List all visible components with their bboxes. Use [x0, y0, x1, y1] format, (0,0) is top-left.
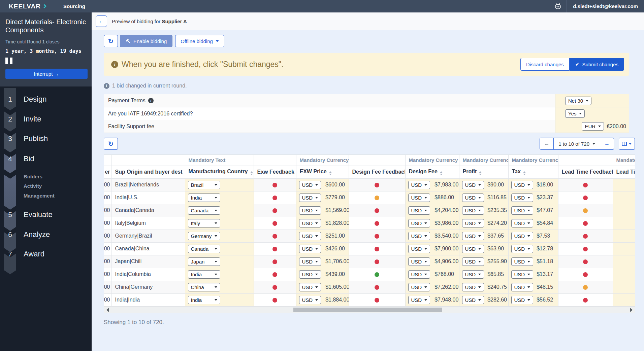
manufacturing-country-select[interactable]: Brazil	[188, 181, 220, 189]
scroll-right-arrow[interactable]	[630, 308, 633, 312]
design-fee-currency-select[interactable]: USD	[408, 270, 430, 279]
profit-currency-select[interactable]: USD	[462, 257, 484, 266]
sidebar-item-activity[interactable]: Activity	[24, 181, 42, 190]
exw-price-value[interactable]: $1,605.00	[325, 284, 349, 290]
design-fee-currency-select[interactable]: USD	[408, 232, 430, 240]
profit-currency-select[interactable]: USD	[462, 219, 484, 227]
tax-value[interactable]: $13.17	[537, 271, 553, 277]
manufacturing-country-select[interactable]: Japan	[188, 257, 220, 266]
user-email[interactable]: d.siedt+siedt@keelvar.com	[567, 3, 644, 9]
certified-select[interactable]: Yes	[565, 109, 585, 118]
tax-currency-select[interactable]: USD	[511, 194, 534, 202]
profit-value[interactable]: $240.75	[487, 284, 507, 290]
table-refresh-button[interactable]: ↻	[104, 138, 118, 150]
design-fee-value[interactable]: $4,204.00	[434, 207, 458, 213]
design-fee-value[interactable]: $886.00	[434, 195, 454, 201]
design-fee-currency-select[interactable]: USD	[408, 206, 430, 215]
tax-value[interactable]: $7.53	[537, 233, 550, 239]
exw-currency-select[interactable]: USD	[299, 283, 321, 291]
tax-value[interactable]: $48.15	[537, 284, 553, 290]
profit-value[interactable]: $65.85	[487, 271, 504, 277]
manufacturing-country-select[interactable]: China	[188, 283, 220, 291]
col-header-tax[interactable]: Tax	[508, 166, 558, 178]
step-evaluate[interactable]: 5Evaluate	[0, 207, 92, 222]
exw-price-value[interactable]: $251.00	[325, 233, 345, 239]
tax-value[interactable]: $18.00	[537, 182, 553, 188]
exw-currency-select[interactable]: USD	[299, 232, 321, 240]
col-header-profit[interactable]: Profit	[459, 166, 508, 178]
tax-value[interactable]: $23.37	[537, 195, 553, 201]
offline-bidding-dropdown[interactable]: Offline bidding	[175, 35, 224, 47]
tax-value[interactable]: $51.18	[537, 258, 553, 265]
submit-changes-button[interactable]: ✔ Submit changes	[570, 58, 624, 71]
scroll-left-arrow[interactable]	[106, 308, 109, 312]
sidebar-item-management[interactable]: Management	[24, 191, 55, 200]
tax-currency-select[interactable]: USD	[511, 270, 534, 279]
tax-currency-select[interactable]: USD	[511, 232, 534, 240]
profit-value[interactable]: $235.35	[487, 207, 507, 213]
discard-changes-button[interactable]: Discard changes	[520, 58, 570, 71]
design-fee-currency-select[interactable]: USD	[408, 194, 430, 202]
exw-price-value[interactable]: $1,828.00	[325, 220, 349, 226]
profit-currency-select[interactable]: USD	[462, 283, 484, 291]
step-analyze[interactable]: 6Analyze	[0, 227, 92, 242]
design-fee-value[interactable]: $7,948.00	[434, 297, 458, 303]
exw-price-value[interactable]: $439.00	[325, 271, 345, 277]
tax-currency-select[interactable]: USD	[511, 245, 534, 253]
exw-price-value[interactable]: $600.00	[325, 182, 345, 188]
design-fee-currency-select[interactable]: USD	[408, 181, 430, 189]
tax-value[interactable]: $47.07	[537, 207, 553, 213]
columns-dropdown-button[interactable]	[619, 138, 635, 150]
design-fee-currency-select[interactable]: USD	[408, 245, 430, 253]
col-header-exw-price[interactable]: EXW Price	[296, 166, 349, 178]
sidebar-item-bidders[interactable]: Bidders	[24, 172, 42, 181]
exw-currency-select[interactable]: USD	[299, 206, 321, 215]
page-range-dropdown[interactable]: 1 to 10 of 720	[554, 138, 600, 150]
exw-currency-select[interactable]: USD	[299, 219, 321, 227]
exw-price-value[interactable]: $1,884.00	[325, 297, 349, 303]
design-fee-value[interactable]: $7,983.00	[434, 182, 458, 188]
scrollbar-thumb[interactable]	[293, 308, 442, 312]
next-page-button[interactable]: →	[600, 138, 614, 150]
profit-value[interactable]: $37.65	[487, 233, 504, 239]
profit-currency-select[interactable]: USD	[462, 194, 484, 202]
exw-currency-select[interactable]: USD	[299, 194, 321, 202]
manufacturing-country-select[interactable]: Italy	[188, 219, 220, 227]
profit-currency-select[interactable]: USD	[462, 245, 484, 253]
prev-page-button[interactable]: ←	[540, 138, 554, 150]
keelvar-logo[interactable]: KEELVAR	[9, 3, 46, 10]
tax-currency-select[interactable]: USD	[511, 257, 534, 266]
step-publish[interactable]: 3Publish	[0, 131, 92, 146]
tax-value[interactable]: $56.52	[537, 297, 553, 303]
profit-value[interactable]: $63.90	[487, 246, 504, 252]
exw-price-value[interactable]: $426.00	[325, 246, 345, 252]
manufacturing-country-select[interactable]: Canada	[188, 245, 220, 253]
tax-value[interactable]: $54.84	[537, 220, 553, 226]
design-fee-value[interactable]: $7,900.00	[434, 246, 458, 252]
profit-currency-select[interactable]: USD	[462, 181, 484, 189]
step-design[interactable]: 1Design	[0, 92, 92, 107]
tax-currency-select[interactable]: USD	[511, 181, 534, 189]
exw-currency-select[interactable]: USD	[299, 181, 321, 189]
enable-bidding-button[interactable]: Enable bidding	[120, 35, 172, 47]
manufacturing-country-select[interactable]: Canada	[188, 206, 220, 215]
tax-currency-select[interactable]: USD	[511, 296, 534, 304]
payment-terms-select[interactable]: Net 30	[565, 97, 591, 105]
refresh-button[interactable]: ↻	[104, 35, 118, 47]
manufacturing-country-select[interactable]: India	[188, 296, 220, 304]
profit-currency-select[interactable]: USD	[462, 270, 484, 279]
exw-price-value[interactable]: $1,706.00	[325, 258, 349, 265]
tax-currency-select[interactable]: USD	[511, 219, 534, 227]
bot-menu-button[interactable]	[549, 0, 567, 12]
tax-currency-select[interactable]: USD	[511, 206, 534, 215]
horizontal-scrollbar[interactable]	[104, 307, 635, 313]
profit-value[interactable]: $90.00	[487, 182, 504, 188]
manufacturing-country-select[interactable]: India	[188, 194, 220, 202]
design-fee-value[interactable]: $3,986.00	[434, 220, 458, 226]
design-fee-currency-select[interactable]: USD	[408, 219, 430, 227]
exw-price-value[interactable]: $779.00	[325, 195, 345, 201]
exw-currency-select[interactable]: USD	[299, 296, 321, 304]
profit-value[interactable]: $282.60	[487, 297, 507, 303]
exw-price-value[interactable]: $1,569.00	[325, 207, 349, 213]
tax-currency-select[interactable]: USD	[511, 283, 534, 291]
